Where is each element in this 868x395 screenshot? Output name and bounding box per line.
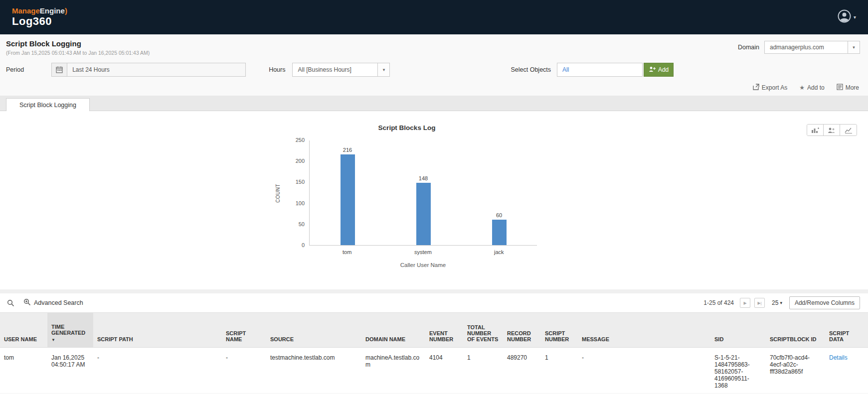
chart-plot: 21614860 xyxy=(309,140,537,246)
user-avatar-icon[interactable] xyxy=(838,9,851,25)
period-input[interactable] xyxy=(67,63,246,77)
brand-engine: Engine xyxy=(40,6,65,15)
more-label: More xyxy=(846,84,859,91)
page-size-value: 25 xyxy=(772,299,778,306)
column-header-time-generated-label: TIME GENERATED xyxy=(51,324,85,336)
advanced-search-icon xyxy=(23,298,31,308)
chart-y-tick-label: 150 xyxy=(296,179,305,185)
hours-select[interactable]: All [Business Hours] ▾ xyxy=(292,63,390,77)
chart-y-axis: 050100150200250 xyxy=(282,140,309,246)
chart-bar-value-label: 60 xyxy=(496,212,502,218)
advanced-search-button[interactable]: Advanced Search xyxy=(23,298,83,308)
next-page-button[interactable]: ▶ xyxy=(740,298,750,308)
select-objects-input[interactable] xyxy=(557,63,643,77)
account-caret-icon[interactable]: ▾ xyxy=(854,14,856,20)
calendar-icon[interactable] xyxy=(51,63,67,77)
domain-label: Domain xyxy=(738,44,759,51)
cell-script-number: 1 xyxy=(541,348,578,394)
domain-select[interactable]: admanagerplus.com ▾ xyxy=(764,41,860,54)
bar-chart-view-icon[interactable] xyxy=(807,125,824,135)
actions-row: Export As ★ Add to More xyxy=(0,77,868,96)
table-header-row: USER NAME TIME GENERATED ▼ SCRIPT PATH S… xyxy=(0,313,868,348)
column-header-script-name[interactable]: SCRIPT NAME xyxy=(222,313,266,348)
users-view-icon[interactable] xyxy=(824,125,840,135)
page-subtitle: (From Jan 15,2025 05:01:43 AM to Jan 16,… xyxy=(6,50,150,56)
add-remove-columns-button[interactable]: Add/Remove Columns xyxy=(789,296,860,309)
add-to-label: Add to xyxy=(807,84,825,91)
column-header-time-generated[interactable]: TIME GENERATED ▼ xyxy=(47,313,93,348)
brand-product: Log360 xyxy=(12,15,67,27)
column-header-sid[interactable]: SID xyxy=(710,313,766,348)
chart-tools xyxy=(807,124,857,136)
chart-y-tick-label: 250 xyxy=(296,137,305,143)
account-menu[interactable]: ▾ xyxy=(838,9,856,25)
chart-y-tick-label: 100 xyxy=(296,200,305,207)
table-panel: Advanced Search 1-25 of 424 ▶ ▶| 25 ▾ Ad… xyxy=(0,293,868,395)
export-as-button[interactable]: Export As xyxy=(753,84,787,92)
brand-swoosh-icon: ) xyxy=(65,6,67,15)
column-header-script-data[interactable]: SCRIPT DATA xyxy=(825,313,868,348)
column-header-domain-name[interactable]: DOMAIN NAME xyxy=(361,313,425,348)
chart-category-label: tom xyxy=(309,249,385,255)
title-row: Script Block Logging (From Jan 15,2025 0… xyxy=(0,34,868,56)
line-chart-view-icon[interactable] xyxy=(840,125,857,135)
search-icon[interactable] xyxy=(7,299,14,307)
results-table: USER NAME TIME GENERATED ▼ SCRIPT PATH S… xyxy=(0,312,868,394)
hours-select-value: All [Business Hours] xyxy=(293,66,377,73)
chart-bar-value-label: 148 xyxy=(419,175,428,181)
chart-bar[interactable] xyxy=(492,220,507,245)
hours-label: Hours xyxy=(269,66,285,73)
column-header-message[interactable]: MESSAGE xyxy=(578,313,710,348)
page-size-select[interactable]: 25 ▾ xyxy=(772,299,782,306)
export-icon xyxy=(753,84,759,92)
add-objects-button[interactable]: Add xyxy=(644,63,674,77)
brand-manage: Manage xyxy=(12,6,40,15)
add-user-icon xyxy=(649,66,656,74)
cell-script-name: - xyxy=(222,348,266,394)
brand-logo: ManageEngine) Log360 xyxy=(12,7,67,28)
chart-category-label: jack xyxy=(461,249,537,255)
column-header-event-number[interactable]: EVENT NUMBER xyxy=(425,313,463,348)
panel-gap xyxy=(0,289,868,293)
tab-strip: Script Block Logging xyxy=(0,96,868,111)
cell-domain-name: machineA.testlab.com xyxy=(361,348,425,394)
cell-event-number: 4104 xyxy=(425,348,463,394)
chevron-down-icon: ▾ xyxy=(848,41,860,53)
advanced-search-label: Advanced Search xyxy=(34,299,83,306)
chart-title: Script Blocks Log xyxy=(272,124,541,132)
add-to-button[interactable]: ★ Add to xyxy=(799,84,824,91)
cell-scriptblock-id: 70cfb7f0-acd4-4ecf-a02c-fff38d2a865f xyxy=(766,348,825,394)
chevron-down-icon: ▾ xyxy=(377,63,389,76)
chart-bar[interactable] xyxy=(341,154,355,245)
more-button[interactable]: More xyxy=(837,84,859,92)
chart-bar[interactable] xyxy=(416,183,431,245)
cell-time-generated: Jan 16,2025 04:50:17 AM xyxy=(47,348,93,394)
filter-row: Period Hours All [Business Hours] ▾ Sele… xyxy=(0,56,868,77)
last-page-button[interactable]: ▶| xyxy=(754,298,765,308)
chart-y-tick-label: 200 xyxy=(296,158,305,164)
table-toolbar: Advanced Search 1-25 of 424 ▶ ▶| 25 ▾ Ad… xyxy=(0,293,868,312)
cell-record-number: 489270 xyxy=(503,348,541,394)
chart-bar-value-label: 216 xyxy=(343,147,352,153)
table-row: tom Jan 16,2025 04:50:17 AM - - testmach… xyxy=(0,348,868,394)
page-title: Script Block Logging xyxy=(6,39,150,48)
column-header-scriptblock-id[interactable]: SCRIPTBLOCK ID xyxy=(766,313,825,348)
column-header-script-path[interactable]: SCRIPT PATH xyxy=(93,313,222,348)
chart-y-tick-label: 50 xyxy=(299,221,305,228)
column-header-record-number[interactable]: RECORD NUMBER xyxy=(503,313,541,348)
top-bar: ManageEngine) Log360 ▾ xyxy=(0,0,868,34)
column-header-total-number-of-events[interactable]: TOTAL NUMBER OF EVENTS xyxy=(463,313,503,348)
period-label: Period xyxy=(6,66,24,73)
script-data-details-link[interactable]: Details xyxy=(829,354,848,361)
cell-user-name: tom xyxy=(0,348,47,394)
column-header-script-number[interactable]: SCRIPT NUMBER xyxy=(541,313,578,348)
sort-desc-icon: ▼ xyxy=(51,338,89,342)
column-header-source[interactable]: SOURCE xyxy=(266,313,361,348)
column-header-user-name[interactable]: USER NAME xyxy=(0,313,47,348)
cell-message: - xyxy=(578,348,710,394)
tab-script-block-logging[interactable]: Script Block Logging xyxy=(6,98,90,112)
cell-script-path: - xyxy=(93,348,222,394)
more-list-icon xyxy=(837,84,843,92)
select-objects-label: Select Objects xyxy=(511,66,551,73)
cell-source: testmachine.testlab.com xyxy=(266,348,361,394)
